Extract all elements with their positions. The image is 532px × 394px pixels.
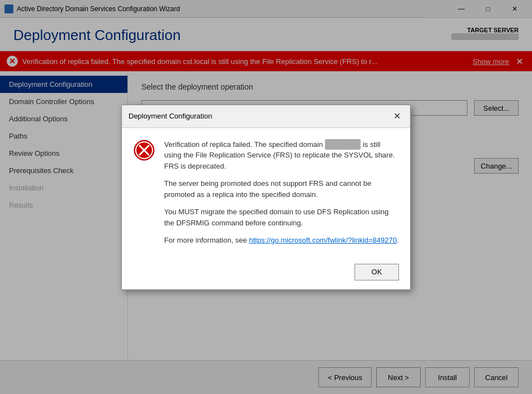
modal-para-2: The server being promoted does not suppo… — [164, 178, 399, 200]
modal-para-3: You MUST migrate the specified domain to… — [164, 206, 399, 228]
modal-ok-button[interactable]: OK — [354, 264, 399, 280]
modal-error-icon — [133, 139, 155, 161]
modal-footer: OK — [122, 257, 410, 289]
modal-para-4: For more information, see https://go.mic… — [164, 235, 399, 246]
modal-title-bar: Deployment Configuration ✕ — [122, 105, 410, 128]
blurred-domain: ███████ — [325, 139, 361, 150]
modal-text-content: Verification of replica failed. The spec… — [164, 139, 399, 246]
modal-dialog: Deployment Configuration ✕ Verification … — [121, 105, 411, 290]
modal-overlay: Deployment Configuration ✕ Verification … — [0, 0, 532, 394]
modal-close-button[interactable]: ✕ — [390, 110, 403, 123]
modal-body: Verification of replica failed. The spec… — [122, 128, 410, 257]
frs-link[interactable]: https://go.microsoft.com/fwlink/?linkid=… — [249, 236, 397, 244]
modal-title: Deployment Configuration — [129, 112, 212, 120]
modal-para-1: Verification of replica failed. The spec… — [164, 139, 399, 172]
